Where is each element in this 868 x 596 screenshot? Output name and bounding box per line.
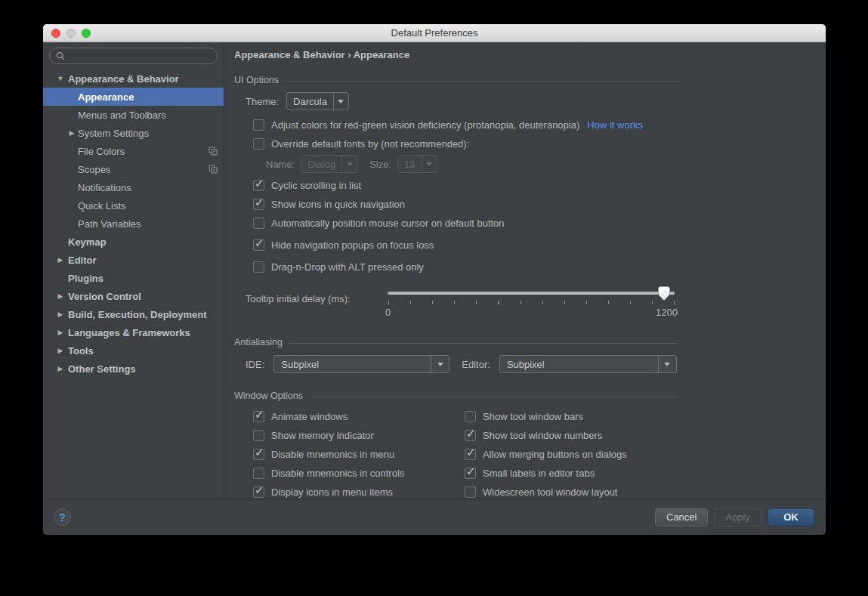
tooltip-delay-label: Tooltip initial delay (ms):: [246, 293, 351, 304]
quick-nav-icons-checkbox[interactable]: [253, 199, 264, 210]
preferences-dialog: Default Preferences ▼ Appearance & Behav…: [43, 24, 826, 535]
sidebar-item-file-colors[interactable]: File Colors: [43, 142, 224, 160]
minimize-icon: [66, 29, 76, 38]
search-icon: [56, 51, 65, 60]
animate-windows-checkbox[interactable]: [253, 411, 264, 422]
sidebar-item-appearance[interactable]: Appearance: [43, 88, 224, 106]
tool-window-numbers-checkbox[interactable]: [465, 430, 476, 441]
tool-window-bars-row: Show tool window bars: [465, 409, 583, 424]
slider-thumb[interactable]: [658, 286, 670, 301]
shared-scheme-icon: [209, 165, 218, 174]
sidebar-item-version-control[interactable]: ▶ Version Control: [43, 287, 224, 305]
section-antialiasing: Antialiasing: [234, 337, 678, 347]
theme-select[interactable]: Darcula: [286, 92, 349, 110]
dialog-footer: ? Cancel Apply OK: [43, 499, 826, 535]
chevron-right-icon[interactable]: ▶: [53, 365, 68, 372]
font-row: Name: Dialog Size: 13: [266, 154, 437, 174]
how-it-works-link[interactable]: How it works: [587, 119, 643, 131]
widescreen-layout-checkbox[interactable]: [465, 486, 476, 498]
quick-nav-icons-row: Show icons in quick navigation: [253, 196, 405, 212]
font-name-label: Name:: [266, 159, 295, 170]
override-fonts-checkbox[interactable]: [253, 138, 264, 150]
small-labels-row: Small labels in editor tabs: [465, 465, 595, 480]
auto-mouse-checkbox[interactable]: [253, 218, 264, 229]
chevron-down-icon[interactable]: ▼: [53, 75, 68, 82]
animate-windows-row: Animate windows: [253, 409, 348, 424]
adjust-colors-checkbox[interactable]: [253, 119, 264, 131]
auto-mouse-row: Automatically position mouse cursor on d…: [253, 215, 505, 230]
search-input[interactable]: [49, 48, 218, 64]
adjust-colors-row: Adjust colors for red-green vision defic…: [253, 117, 643, 132]
sidebar-item-scopes[interactable]: Scopes: [43, 160, 224, 178]
window-title: Default Preferences: [391, 27, 478, 39]
chevron-down-icon[interactable]: [431, 356, 449, 372]
ok-button[interactable]: OK: [768, 508, 814, 527]
zoom-icon[interactable]: [82, 29, 91, 38]
sidebar-item-path-variables[interactable]: Path Variables: [43, 215, 224, 233]
slider-max-label: 1200: [656, 307, 678, 318]
chevron-right-icon[interactable]: ▶: [53, 310, 68, 318]
hide-popups-checkbox[interactable]: [253, 239, 264, 251]
override-fonts-label: Override default fonts by (not recommend…: [271, 138, 469, 150]
tool-window-numbers-row: Show tool window numbers: [465, 428, 602, 443]
sidebar-item-keymap[interactable]: Keymap: [43, 233, 224, 251]
font-size-select: 13: [397, 155, 437, 173]
ide-aa-label: IDE:: [246, 359, 264, 370]
chevron-right-icon[interactable]: ▶: [53, 256, 68, 264]
theme-label: Theme:: [246, 96, 279, 107]
editor-aa-select[interactable]: Subpixel: [499, 355, 677, 373]
chevron-down-icon: [422, 156, 437, 172]
traffic-lights: [51, 29, 91, 38]
chevron-down-icon[interactable]: [658, 356, 676, 372]
question-mark-icon: ?: [59, 511, 66, 523]
small-labels-checkbox[interactable]: [465, 468, 476, 479]
tooltip-delay-slider[interactable]: 0 1200: [388, 284, 675, 326]
close-icon[interactable]: [51, 29, 60, 38]
chevron-right-icon[interactable]: ▶: [53, 329, 68, 336]
title-bar[interactable]: Default Preferences: [43, 24, 826, 42]
memory-indicator-row: Show memory indicator: [253, 428, 374, 443]
theme-row: Theme: Darcula: [246, 92, 349, 110]
menu-icons-checkbox[interactable]: [253, 486, 264, 498]
sidebar-item-other-settings[interactable]: ▶ Other Settings: [43, 360, 224, 378]
help-button[interactable]: ?: [54, 508, 71, 526]
ide-aa-select[interactable]: Subpixel: [273, 355, 449, 373]
mnemonics-menu-row: Disable mnemonics in menu: [253, 446, 394, 462]
apply-button: Apply: [714, 508, 761, 527]
chevron-right-icon[interactable]: ▶: [53, 347, 68, 354]
chevron-down-icon[interactable]: [333, 93, 348, 110]
settings-sidebar: ▼ Appearance & Behavior Appearance Menus…: [43, 42, 224, 499]
tool-window-bars-checkbox[interactable]: [465, 411, 476, 422]
sidebar-item-tools[interactable]: ▶ Tools: [43, 341, 224, 360]
sidebar-item-system-settings[interactable]: ▶ System Settings: [43, 124, 224, 142]
sidebar-item-plugins[interactable]: Plugins: [43, 269, 224, 287]
hide-popups-row: Hide navigation popups on focus loss: [253, 237, 434, 252]
chevron-right-icon[interactable]: ▶: [53, 292, 68, 300]
chevron-right-icon[interactable]: ▶: [66, 129, 78, 137]
sidebar-item-build-execution-deployment[interactable]: ▶ Build, Execution, Deployment: [43, 305, 224, 323]
sidebar-item-languages-frameworks[interactable]: ▶ Languages & Frameworks: [43, 323, 224, 341]
sidebar-item-editor[interactable]: ▶ Editor: [43, 251, 224, 269]
drag-n-drop-checkbox[interactable]: [253, 261, 264, 273]
mnemonics-menu-checkbox[interactable]: [253, 449, 264, 460]
slider-track[interactable]: [388, 292, 675, 295]
editor-aa-label: Editor:: [462, 359, 490, 370]
adjust-colors-label: Adjust colors for red-green vision defic…: [271, 119, 579, 131]
sidebar-item-notifications[interactable]: Notifications: [43, 178, 224, 196]
mnemonics-controls-checkbox[interactable]: [253, 468, 264, 479]
cancel-button[interactable]: Cancel: [655, 508, 708, 527]
chevron-down-icon: [341, 156, 357, 172]
breadcrumb: Appearance & Behavior › Appearance: [234, 49, 409, 60]
sidebar-item-quick-lists[interactable]: Quick Lists: [43, 196, 224, 215]
sidebar-item-appearance-behavior[interactable]: ▼ Appearance & Behavior: [43, 69, 224, 88]
memory-indicator-checkbox[interactable]: [253, 430, 264, 441]
drag-n-drop-row: Drag-n-Drop with ALT pressed only: [253, 259, 424, 274]
section-ui-options: UI Options: [234, 75, 678, 85]
sidebar-item-menus-toolbars[interactable]: Menus and Toolbars: [43, 106, 224, 124]
widescreen-layout-row: Widescreen tool window layout: [465, 484, 617, 499]
cyclic-scrolling-checkbox[interactable]: [253, 180, 264, 191]
merge-buttons-checkbox[interactable]: [465, 449, 476, 460]
settings-panel: Appearance & Behavior › Appearance UI Op…: [224, 42, 826, 499]
section-window-options: Window Options: [234, 391, 678, 401]
mnemonics-controls-row: Disable mnemonics in controls: [253, 465, 404, 480]
